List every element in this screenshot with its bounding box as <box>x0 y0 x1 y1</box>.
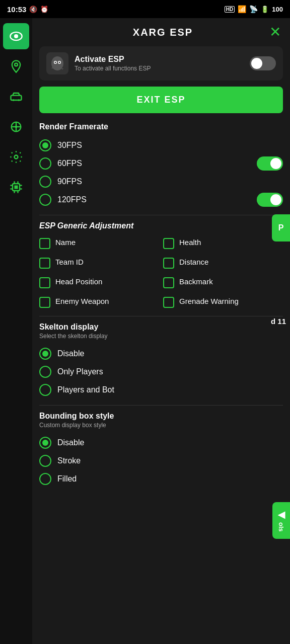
esp-enemyweapon-checkbox[interactable] <box>39 297 50 308</box>
fps-120-label: 120FPS <box>57 195 87 204</box>
esp-health-label: Health <box>179 237 201 248</box>
scope-icon <box>9 120 23 134</box>
skelton-playersbot-radio[interactable] <box>39 384 51 396</box>
svg-point-24 <box>55 62 56 63</box>
bounding-box-subtitle: Custom display box style <box>39 422 283 429</box>
esp-backmark-option[interactable]: Backmark <box>163 275 283 290</box>
esp-grenadewarning-option[interactable]: Grenade Warning <box>163 294 283 310</box>
time: 10:53 <box>7 5 26 14</box>
car-icon <box>9 90 23 104</box>
bounding-filled-label: Filled <box>57 474 77 484</box>
right-toggle-2[interactable] <box>257 193 283 207</box>
fps-30-option[interactable]: 30FPS <box>39 136 283 154</box>
app-title: XARG ESP <box>56 27 269 38</box>
sidebar-item-car[interactable] <box>3 84 29 110</box>
esp-enemyweapon-option[interactable]: Enemy Weapon <box>39 294 159 310</box>
bounding-disable-option[interactable]: Disable <box>39 434 283 452</box>
sidebar-item-scope[interactable] <box>3 114 29 140</box>
skelton-playersbot-option[interactable]: Players and Bot <box>39 381 283 399</box>
esp-teamid-label: Team ID <box>55 257 84 267</box>
fps-90-radio[interactable] <box>39 176 51 188</box>
floating-text: d 11 <box>267 315 290 328</box>
render-framerate-title: Render Framerate <box>39 122 283 131</box>
esp-enemyweapon-label: Enemy Weapon <box>55 296 109 306</box>
svg-point-5 <box>18 99 20 101</box>
skelton-players-option[interactable]: Only Players <box>39 363 283 381</box>
skelton-players-label: Only Players <box>57 367 103 376</box>
esp-name-checkbox[interactable] <box>39 238 50 249</box>
fps-30-radio[interactable] <box>39 139 51 151</box>
exit-esp-button[interactable]: EXIT ESP <box>39 87 283 113</box>
activate-subtitle: To activate all functions ESP <box>75 65 244 72</box>
esp-generic-section: ESP Generic Adjustment Name Health <box>39 221 283 310</box>
fps-30-label: 30FPS <box>57 141 82 150</box>
location-icon <box>9 59 23 73</box>
esp-distance-option[interactable]: Distance <box>163 255 283 271</box>
right-tools-tab[interactable]: ◀ ols <box>272 502 290 539</box>
skelton-disable-radio[interactable] <box>39 348 51 360</box>
right-p-label: P <box>278 223 284 232</box>
bounding-filled-option[interactable]: Filled <box>39 470 283 488</box>
divider-3 <box>39 405 283 406</box>
fps-120-option[interactable]: 120FPS <box>39 191 257 209</box>
divider-2 <box>39 316 283 316</box>
bounding-stroke-option[interactable]: Stroke <box>39 452 283 470</box>
bounding-box-title: Bounding box style <box>39 412 283 421</box>
svg-point-4 <box>13 99 15 101</box>
bounding-stroke-label: Stroke <box>57 456 81 465</box>
svg-rect-20 <box>15 186 18 189</box>
skelton-disable-option[interactable]: Disable <box>39 345 283 363</box>
svg-point-2 <box>15 63 18 66</box>
close-button[interactable]: ✕ <box>269 25 281 39</box>
fps-60-radio[interactable] <box>39 157 51 170</box>
esp-health-option[interactable]: Health <box>163 235 283 251</box>
fps-60-label: 60FPS <box>57 159 82 168</box>
esp-name-label: Name <box>55 237 76 248</box>
esp-name-option[interactable]: Name <box>39 235 159 251</box>
esp-generic-grid: Name Health Team ID Distan <box>39 235 283 310</box>
esp-teamid-checkbox[interactable] <box>39 258 50 269</box>
right-tab-arrow: ◀ <box>278 509 285 520</box>
svg-point-9 <box>15 126 18 128</box>
esp-headposition-option[interactable]: Head Position <box>39 275 159 290</box>
header: XARG ESP ✕ <box>32 18 290 46</box>
main-content: XARG ESP ✕ Acti <box>32 18 290 644</box>
sidebar-item-location[interactable] <box>3 53 29 79</box>
hd-icon: HD <box>225 6 235 13</box>
eye-icon <box>9 29 23 43</box>
right-tab-label: ols <box>277 522 285 532</box>
esp-distance-label: Distance <box>179 257 208 267</box>
sidebar-item-eye[interactable] <box>3 23 29 49</box>
skelton-subtitle: Select the skelton display <box>39 333 283 340</box>
bounding-filled-radio[interactable] <box>39 473 51 485</box>
app-container: XARG ESP ✕ Acti <box>0 18 290 644</box>
status-left: 10:53 🔇 ⏰ <box>7 5 48 14</box>
battery-icon: 🔋 <box>261 6 269 13</box>
right-p-tab[interactable]: P <box>272 214 290 242</box>
esp-headposition-checkbox[interactable] <box>39 277 50 288</box>
bounding-box-section: Bounding box style Custom display box st… <box>39 412 283 488</box>
bounding-disable-radio[interactable] <box>39 437 51 449</box>
esp-grenadewarning-checkbox[interactable] <box>163 297 174 308</box>
scroll-area: Activate ESP To activate all functions E… <box>32 46 290 644</box>
esp-headposition-label: Head Position <box>55 277 102 287</box>
esp-teamid-option[interactable]: Team ID <box>39 255 159 271</box>
fps-120-radio[interactable] <box>39 194 51 206</box>
sidebar-item-settings[interactable] <box>3 144 29 170</box>
esp-backmark-checkbox[interactable] <box>163 277 174 288</box>
activate-esp-toggle[interactable] <box>250 56 276 70</box>
fps-90-option[interactable]: 90FPS <box>39 173 283 191</box>
alarm-icon: ⏰ <box>40 6 48 13</box>
fps-60-option[interactable]: 60FPS <box>39 154 257 173</box>
mute-icon: 🔇 <box>29 6 37 13</box>
svg-rect-3 <box>11 96 22 100</box>
esp-distance-checkbox[interactable] <box>163 258 174 269</box>
esp-health-checkbox[interactable] <box>163 238 174 249</box>
sidebar-item-chip[interactable] <box>3 174 29 200</box>
skelton-players-radio[interactable] <box>39 366 51 378</box>
right-toggle-1[interactable] <box>257 156 283 171</box>
activate-esp-icon <box>46 52 68 74</box>
svg-point-10 <box>15 155 18 159</box>
svg-point-1 <box>14 34 18 38</box>
bounding-stroke-radio[interactable] <box>39 455 51 467</box>
